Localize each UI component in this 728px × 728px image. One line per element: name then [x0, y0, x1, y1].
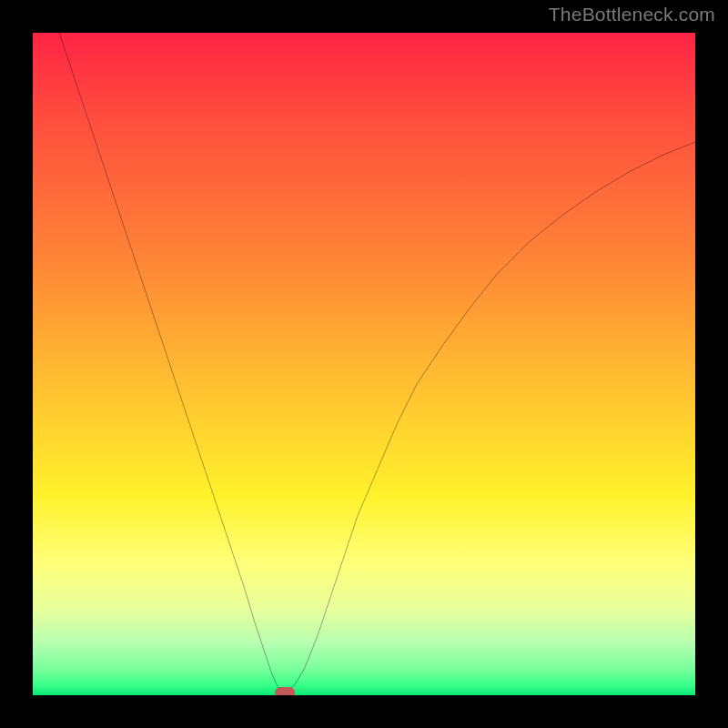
chart-frame: TheBottleneck.com: [0, 0, 728, 728]
curve-svg: [33, 33, 695, 695]
watermark-text: TheBottleneck.com: [549, 4, 715, 25]
optimum-marker: [275, 687, 295, 695]
bottleneck-curve: [59, 33, 695, 693]
plot-area: [33, 33, 695, 695]
